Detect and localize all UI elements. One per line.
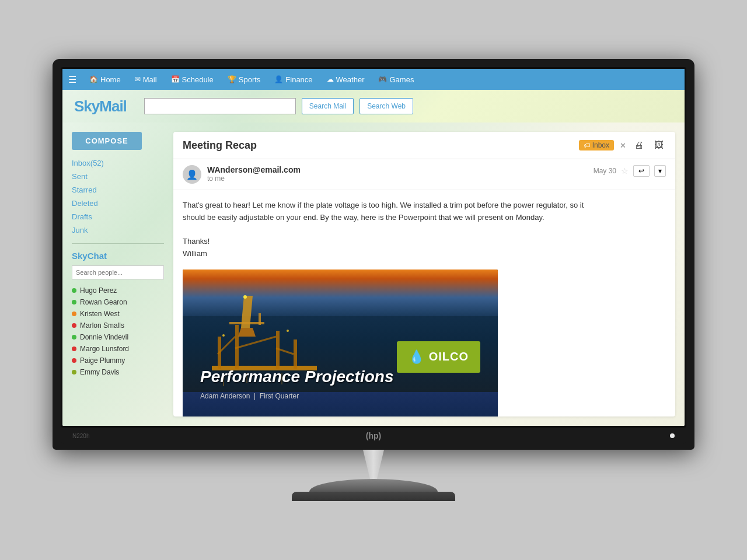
contact-hugo[interactable]: Hugo Perez xyxy=(72,285,164,296)
sidebar-item-deleted[interactable]: Deleted xyxy=(72,197,164,209)
sidebar: COMPOSE Inbox(52) Sent Starred Deleted D xyxy=(62,123,173,426)
email-body: That's great to hear! Let me know if the… xyxy=(173,190,675,416)
sender-email: WAnderson@email.com xyxy=(207,165,588,174)
monitor-stand-neck xyxy=(356,450,391,479)
nav-schedule[interactable]: 📅 Schedule xyxy=(165,72,219,88)
sidebar-item-junk[interactable]: Junk xyxy=(72,224,164,236)
status-dot-red-2 xyxy=(72,346,76,351)
status-dot-red xyxy=(72,323,76,328)
nav-games[interactable]: 🎮 Games xyxy=(372,72,420,88)
contact-kristen[interactable]: Kristen West xyxy=(72,309,164,319)
oilco-banner: 💧 OILCO xyxy=(397,341,480,373)
sidebar-item-sent[interactable]: Sent xyxy=(72,170,164,183)
home-icon: 🏠 xyxy=(89,75,98,83)
tag-icon: 🏷 xyxy=(584,142,590,149)
hamburger-icon[interactable]: ☰ xyxy=(68,74,76,85)
svg-line-6 xyxy=(235,337,276,348)
nav-bar: ☰ 🏠 Home ✉ Mail 📅 Schedule 🏆 Sports xyxy=(62,69,685,90)
svg-rect-11 xyxy=(259,313,261,325)
power-indicator xyxy=(670,433,675,438)
monitor-shell: ☰ 🏠 Home ✉ Mail 📅 Schedule 🏆 Sports xyxy=(53,59,694,450)
email-date: May 30 xyxy=(594,167,616,175)
nav-mail[interactable]: ✉ Mail xyxy=(129,72,163,88)
search-input[interactable] xyxy=(144,98,296,114)
status-dot-green-3 xyxy=(72,335,76,340)
sports-icon: 🏆 xyxy=(228,75,236,83)
contact-margo[interactable]: Margo Lunsford xyxy=(72,344,164,354)
svg-point-14 xyxy=(287,330,289,332)
hp-logo: (hp) xyxy=(366,431,381,440)
weather-icon: ☁ xyxy=(327,75,334,83)
search-people-input[interactable] xyxy=(72,265,164,279)
presentation-slide: 💧 OILCO Performance Projections Adam And… xyxy=(183,270,498,416)
contact-marlon[interactable]: Marlon Smalls xyxy=(72,320,164,331)
more-button[interactable]: ▾ xyxy=(654,165,666,177)
search-area: SkyMail Search Mail Search Web xyxy=(62,90,685,123)
email-body-text: That's great to hear! Let me know if the… xyxy=(183,200,666,260)
sender-to: to me xyxy=(207,174,588,183)
games-icon: 🎮 xyxy=(378,75,387,83)
skychat-title: SkyChat xyxy=(72,251,164,261)
sidebar-item-drafts[interactable]: Drafts xyxy=(72,211,164,223)
svg-point-12 xyxy=(243,295,247,299)
search-web-button[interactable]: Search Web xyxy=(359,98,413,114)
oilco-drop-icon: 💧 xyxy=(409,349,424,365)
inbox-tag: 🏷 Inbox xyxy=(579,140,614,150)
monitor-stand-base xyxy=(309,479,438,492)
status-dot-green-2 xyxy=(72,300,76,304)
presentation-subtitle: Adam Anderson | First Quarter xyxy=(200,392,299,400)
schedule-icon: 📅 xyxy=(171,75,180,83)
screen-bezel: ☰ 🏠 Home ✉ Mail 📅 Schedule 🏆 Sports xyxy=(61,67,686,428)
close-tag-button[interactable]: ✕ xyxy=(620,141,626,150)
presentation-title: Performance Projections xyxy=(200,368,393,386)
sender-info: WAnderson@email.com to me xyxy=(207,165,588,183)
contact-donnie[interactable]: Donnie Vindevil xyxy=(72,332,164,342)
nav-sports[interactable]: 🏆 Sports xyxy=(222,72,267,88)
main-content: COMPOSE Inbox(52) Sent Starred Deleted D xyxy=(62,123,685,426)
contact-emmy[interactable]: Emmy Davis xyxy=(72,367,164,377)
star-icon[interactable]: ☆ xyxy=(621,166,629,176)
status-dot-green xyxy=(72,288,76,293)
nav-finance[interactable]: 👤 Finance xyxy=(268,72,318,88)
status-dot-orange xyxy=(72,312,76,316)
oilco-company-name: OILCO xyxy=(429,350,469,363)
monitor-stand-foot xyxy=(292,492,455,501)
status-dot-red-3 xyxy=(72,358,76,363)
avatar: 👤 xyxy=(183,165,201,184)
sidebar-item-starred[interactable]: Starred xyxy=(72,184,164,196)
nav-weather[interactable]: ☁ Weather xyxy=(321,72,371,88)
compose-button[interactable]: COMPOSE xyxy=(72,132,142,150)
finance-icon: 👤 xyxy=(274,75,283,83)
email-panel: Meeting Recap 🏷 Inbox ✕ 🖨 🖼 👤 WAn xyxy=(173,132,675,416)
email-meta: May 30 ☆ ↩ ▾ xyxy=(594,165,666,177)
monitor-bottom-bar: N220h (hp) xyxy=(61,428,686,444)
skymail-logo: SkyMail xyxy=(74,97,127,116)
sidebar-item-inbox[interactable]: Inbox(52) xyxy=(72,157,164,169)
svg-rect-4 xyxy=(294,340,297,369)
mail-icon: ✉ xyxy=(135,75,141,83)
email-subject: Meeting Recap xyxy=(183,139,573,152)
nav-home[interactable]: 🏠 Home xyxy=(83,72,127,88)
sender-row: 👤 WAnderson@email.com to me May 30 ☆ ↩ ▾ xyxy=(173,159,675,190)
search-mail-button[interactable]: Search Mail xyxy=(302,98,354,114)
contact-rowan[interactable]: Rowan Gearon xyxy=(72,297,164,307)
reply-button[interactable]: ↩ xyxy=(633,165,650,177)
contact-paige[interactable]: Paige Plummy xyxy=(72,355,164,366)
screen: ☰ 🏠 Home ✉ Mail 📅 Schedule 🏆 Sports xyxy=(62,69,685,426)
monitor-model: N220h xyxy=(72,433,89,439)
sidebar-divider xyxy=(72,243,164,244)
print-icon[interactable]: 🖨 xyxy=(632,139,646,152)
email-header: Meeting Recap 🏷 Inbox ✕ 🖨 🖼 xyxy=(173,132,675,159)
status-dot-olive xyxy=(72,370,76,374)
svg-point-13 xyxy=(222,334,225,337)
svg-marker-9 xyxy=(238,328,256,337)
image-icon[interactable]: 🖼 xyxy=(652,139,666,152)
